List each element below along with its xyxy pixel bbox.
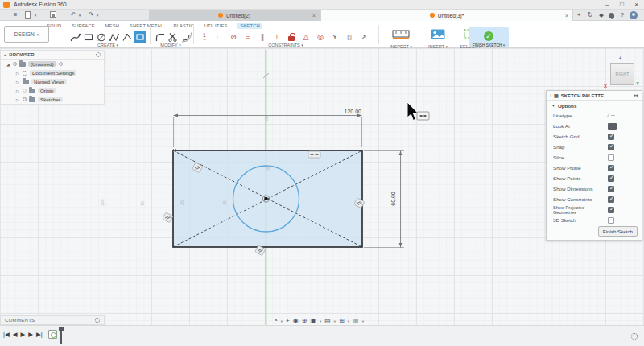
visibility-bulb-icon[interactable] <box>23 97 27 101</box>
perpendicular-icon[interactable]: ⊥ <box>270 30 283 43</box>
redo-caret-icon[interactable]: ▾ <box>95 10 100 20</box>
sketch-profile-rectangle[interactable] <box>173 150 362 247</box>
view-cube-face[interactable]: RIGHT <box>610 63 634 85</box>
collapse-arrow-icon[interactable]: ▷ <box>15 89 20 93</box>
view-cube[interactable]: Z RIGHT X Y <box>602 55 642 93</box>
centerline-icon[interactable]: ┄ <box>611 113 614 119</box>
go-to-start-button[interactable]: |◀ <box>3 330 10 340</box>
tab-plastic[interactable]: PLASTIC <box>173 23 194 28</box>
parallel-constraint-badge[interactable] <box>163 212 173 223</box>
snap-checkbox[interactable] <box>608 144 614 150</box>
root-document-label[interactable]: (Unsaved) <box>28 61 56 67</box>
timeline-position-marker[interactable] <box>60 327 62 344</box>
sketch-palette-header[interactable]: ⁞ ▦ SKETCH PALETTE ↦ <box>547 91 642 101</box>
new-tab-icon[interactable]: + <box>575 10 583 20</box>
look-at-icon[interactable] <box>608 123 617 130</box>
step-back-button[interactable]: ◀ <box>13 330 18 340</box>
visibility-bulb-off-icon[interactable] <box>23 89 27 93</box>
gear-icon[interactable] <box>96 52 101 57</box>
parallel-icon[interactable]: ∥ <box>256 30 269 43</box>
midpoint-icon[interactable]: △ <box>299 30 312 43</box>
notifications-bell-icon[interactable] <box>609 13 614 18</box>
rectangle-icon[interactable] <box>82 30 94 43</box>
construction-line-icon[interactable]: ∕ <box>608 113 609 118</box>
finish-sketch-palette-button[interactable]: Finish Sketch <box>598 226 638 237</box>
concentric-icon[interactable]: ◎ <box>314 30 327 43</box>
workspace-selector-button[interactable]: DESIGN ▾ <box>4 26 49 43</box>
expand-arrow-icon[interactable]: ◢ <box>6 62 10 67</box>
spline-icon[interactable] <box>69 30 81 43</box>
collapse-panel-icon[interactable]: « <box>4 52 6 57</box>
construction-diagonal-line[interactable] <box>173 150 362 247</box>
timeline-sketch-feature[interactable] <box>48 330 57 339</box>
sketch-grid-checkbox[interactable] <box>608 134 614 140</box>
collapse-arrow-icon[interactable]: ▷ <box>15 80 20 84</box>
minimize-button[interactable]: – <box>601 0 614 10</box>
sketch-dimension-icon[interactable]: 1↔ <box>198 30 211 43</box>
circle-icon[interactable] <box>95 30 107 43</box>
tab-sketch[interactable]: SKETCH <box>237 23 262 29</box>
tab-sheet-metal[interactable]: SHEET METAL <box>130 23 163 28</box>
create-group-label[interactable]: CREATE ▾ <box>69 43 147 47</box>
construction-diagonal-line[interactable] <box>173 150 362 247</box>
visibility-bulb-icon[interactable] <box>13 62 17 66</box>
collinear-icon[interactable]: Y <box>328 30 341 43</box>
job-status-icon[interactable]: ↻ <box>586 10 594 20</box>
collapse-arrow-icon[interactable]: ▷ <box>15 97 20 102</box>
drag-grip-icon[interactable]: ⁞ <box>550 93 551 98</box>
fillet-icon[interactable] <box>154 30 166 43</box>
undo-icon[interactable]: ↶ <box>69 10 77 20</box>
width-dimension-value[interactable]: 120.00 <box>345 109 362 114</box>
sketch-circle[interactable] <box>233 166 299 232</box>
show-profile-checkbox[interactable] <box>608 165 614 171</box>
layout-grid-icon[interactable]: ⊞ <box>339 316 345 326</box>
display-settings-icon[interactable]: ▤ <box>324 316 331 326</box>
constraints-group-label[interactable]: CONSTRAINTS ▾ <box>198 43 374 47</box>
extensions-icon[interactable]: ◆ <box>597 10 605 20</box>
close-tab-icon[interactable]: × <box>565 13 568 19</box>
fix-lock-icon[interactable] <box>285 30 298 43</box>
file-menu-icon[interactable] <box>25 11 31 19</box>
tangent-icon[interactable]: ⊘ <box>227 30 240 43</box>
symmetry-icon[interactable]: |¦| <box>343 30 356 43</box>
inspect-group[interactable]: INSPECT ▾ <box>383 28 419 49</box>
look-at-nav-icon[interactable]: ◉ <box>293 316 299 326</box>
undo-caret-icon[interactable]: ▾ <box>77 10 82 20</box>
parallel-constraint-badge[interactable] <box>192 163 203 173</box>
document-tab-active[interactable]: Untitled(3)* × <box>320 10 573 21</box>
equal-dimension-badge[interactable] <box>308 151 320 158</box>
comments-options-icon[interactable] <box>95 318 100 323</box>
slice-checkbox[interactable] <box>608 154 614 161</box>
show-points-checkbox[interactable] <box>608 175 614 182</box>
origin-point[interactable] <box>264 197 268 201</box>
trim-scissors-icon[interactable] <box>167 30 179 43</box>
timeline-settings-gear-icon[interactable] <box>631 333 638 340</box>
document-tab-inactive[interactable]: Untitled(2) × <box>149 10 320 21</box>
viewports-icon[interactable]: ▥ <box>353 316 359 326</box>
polyline-icon[interactable] <box>108 30 120 43</box>
active-tool-rectangle-icon[interactable] <box>134 30 146 43</box>
options-section-header[interactable]: ▼ Options <box>547 101 642 110</box>
browser-item-origin[interactable]: ▷ Origin <box>1 86 104 95</box>
help-icon[interactable]: ? <box>618 10 626 20</box>
horizontal-vertical-icon[interactable]: ∟ <box>213 30 225 43</box>
go-to-end-button[interactable]: ▶| <box>36 330 43 340</box>
curvature-icon[interactable]: ↗ <box>357 30 370 43</box>
close-tab-icon[interactable]: × <box>312 13 316 19</box>
tab-mesh[interactable]: MESH <box>105 23 120 28</box>
collapse-arrow-icon[interactable]: ▷ <box>15 71 20 76</box>
show-dimensions-checkbox[interactable] <box>608 186 614 192</box>
close-window-button[interactable]: × <box>630 0 643 10</box>
save-icon[interactable] <box>50 11 56 18</box>
file-menu-caret-icon[interactable]: ▾ <box>33 10 38 20</box>
comments-panel[interactable]: COMMENTS <box>0 315 105 325</box>
parallel-constraint-badge[interactable] <box>255 245 266 256</box>
sketch-canvas[interactable]: 120.00 60.00 <box>0 48 644 325</box>
pan-icon[interactable]: + <box>286 316 290 326</box>
show-projected-checkbox[interactable] <box>608 207 614 213</box>
height-dimension-value[interactable]: 60.00 <box>390 192 396 206</box>
tab-solid[interactable]: SOLID <box>47 23 61 28</box>
orbit-icon[interactable]: ◔ <box>274 316 278 326</box>
maximize-button[interactable]: □ <box>615 0 629 10</box>
line-icon[interactable] <box>121 30 133 43</box>
